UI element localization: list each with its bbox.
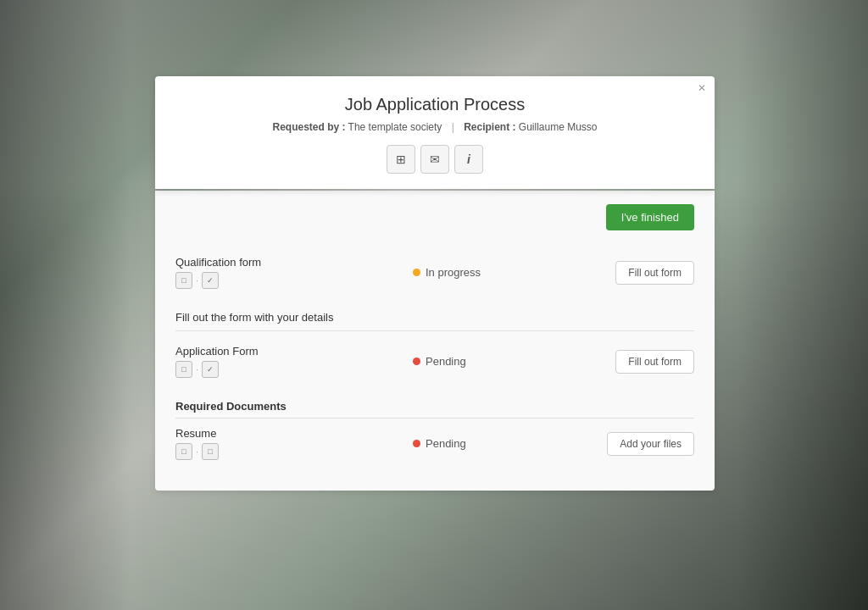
resume-action: Add your files: [584, 432, 694, 456]
qualification-status: In progress: [413, 266, 584, 279]
resume-status-dot: [413, 440, 420, 447]
resume-label: Resume: [175, 427, 413, 440]
qualification-status-label: In progress: [426, 266, 481, 279]
modal-title: Job Application Process: [175, 95, 694, 114]
resume-add-files-button[interactable]: Add your files: [607, 432, 694, 456]
icon-sep-1: ·: [196, 275, 198, 286]
modal-subtitle: Requested by : The template society | Re…: [175, 121, 694, 133]
resume-icon-1[interactable]: □: [175, 443, 192, 460]
application-fill-form-button[interactable]: Fill out form: [615, 350, 694, 374]
qualification-icon-2[interactable]: ✓: [202, 272, 219, 289]
recipient-value: Guillaume Musso: [519, 121, 598, 133]
application-status-dot: [413, 358, 420, 365]
qualification-action: Fill out form: [584, 261, 694, 285]
qualification-form-icons: □ · ✓: [175, 272, 413, 289]
qualification-status-dot: [413, 269, 420, 276]
modal-wrapper: ✕ Job Application Process Requested by :…: [155, 76, 715, 491]
icon-sep-2: ·: [196, 364, 198, 374]
body-card: I've finished Qualification form □ · ✓ I…: [155, 191, 715, 491]
application-form-item: Application Form □ · ✓ Pending Fill out …: [175, 336, 694, 388]
icon-sep-3: ·: [196, 446, 198, 457]
grid-icon-button[interactable]: ⊞: [387, 145, 415, 174]
application-form-left: Application Form □ · ✓: [175, 345, 413, 378]
application-action: Fill out form: [584, 350, 694, 374]
resume-item: Resume □ · □ Pending Add your files: [175, 419, 694, 470]
qualification-divider: [175, 330, 694, 331]
qualification-form-item: Qualification form □ · ✓ In progress Fil…: [175, 247, 694, 299]
resume-status: Pending: [413, 437, 584, 450]
finished-button[interactable]: I've finished: [606, 204, 694, 230]
application-icon-2[interactable]: ✓: [202, 361, 219, 378]
qualification-section-header: Fill out the form with your details: [175, 299, 694, 336]
finished-btn-row: I've finished: [175, 204, 694, 230]
requested-by-label: Requested by :: [272, 121, 345, 133]
mail-icon-button[interactable]: ✉: [420, 145, 449, 174]
application-form-icons: □ · ✓: [175, 361, 413, 378]
qualification-icon-1[interactable]: □: [175, 272, 192, 289]
qualification-form-left: Qualification form □ · ✓: [175, 256, 413, 289]
qualification-fill-form-button[interactable]: Fill out form: [615, 261, 694, 285]
resume-left: Resume □ · □: [175, 427, 413, 460]
required-documents-title: Required Documents: [175, 388, 694, 418]
resume-icon-2[interactable]: □: [202, 443, 219, 460]
requested-by-value: The template society: [348, 121, 442, 133]
info-icon-button[interactable]: i: [454, 145, 483, 174]
recipient-label: Recipient :: [464, 121, 515, 133]
qualification-form-label: Qualification form: [175, 256, 413, 269]
separator: |: [452, 121, 454, 133]
qualification-section-description: Fill out the form with your details: [175, 311, 694, 324]
resume-status-label: Pending: [426, 437, 466, 450]
application-icon-1[interactable]: □: [175, 361, 192, 378]
application-status-label: Pending: [426, 355, 466, 368]
application-form-label: Application Form: [175, 345, 413, 358]
close-button[interactable]: ✕: [698, 83, 706, 93]
application-status: Pending: [413, 355, 584, 368]
resume-icons: □ · □: [175, 443, 413, 460]
header-card: ✕ Job Application Process Requested by :…: [155, 76, 715, 189]
icon-buttons-row: ⊞ ✉ i: [175, 145, 694, 174]
